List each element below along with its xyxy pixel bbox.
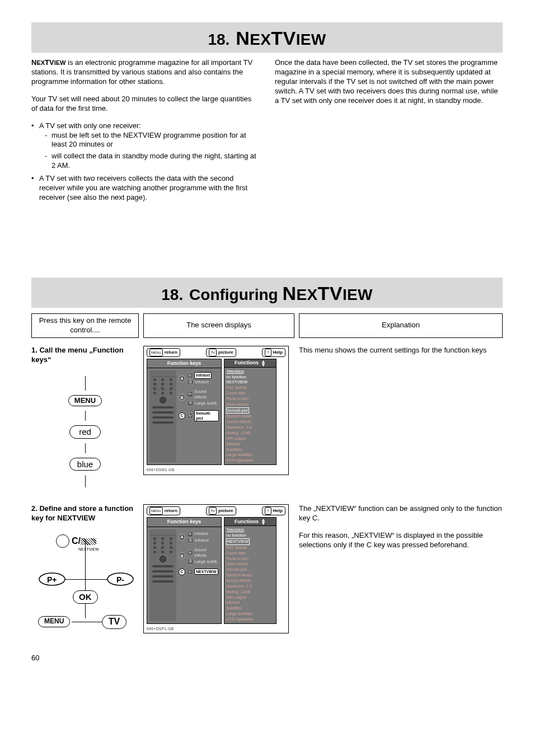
tv1-footer: 696+DSM1-GB xyxy=(144,467,288,474)
step-2-title: 2. Define and store a function key for N… xyxy=(31,504,139,523)
step-1-explanation: This menu shows the current settings for… xyxy=(299,346,503,488)
header-screen: The screen displays xyxy=(143,313,294,338)
step-1-row: 1. Call the menu „Function keys“ MENU re… xyxy=(31,346,503,488)
tv1-right-title: Functions ▲▼ xyxy=(224,359,277,367)
blue-key: blue xyxy=(69,458,101,471)
intro-p2: Your TV set will need about 20 minutes t… xyxy=(31,95,259,114)
hatch-icon xyxy=(81,538,96,545)
title1-big-n: N xyxy=(236,27,250,49)
step-1-keystack: MENU red blue xyxy=(31,376,139,488)
tv2-return: MENU return xyxy=(147,506,180,515)
tv1-row-c: C tv9xmulti-pict xyxy=(179,410,219,421)
menu-key: MENU xyxy=(68,395,102,407)
intro-bullet-2: A TV set with two receivers collects the… xyxy=(31,174,259,203)
tv2-row-a: A tvInfotext ☰Infotext xyxy=(179,531,219,543)
tv-screenshot-2: MENU return TV picture ? Help Function k… xyxy=(143,504,289,633)
intro-bullet-1: A TV set with only one receiver: must be… xyxy=(31,121,259,171)
step-2-screen: MENU return TV picture ? Help Function k… xyxy=(143,504,294,633)
tv1-row-a: A tvInfotext ☰Infotext xyxy=(179,372,219,385)
intro-left: NEXTVIEW is an electronic programme maga… xyxy=(31,58,259,210)
header-remote: Press this key on the remote control.... xyxy=(31,313,139,338)
intro-p1: NEXTVIEW is an electronic programme maga… xyxy=(31,58,259,87)
title1-num: 18. xyxy=(208,31,229,48)
config-headers: Press this key on the remote control....… xyxy=(31,313,503,338)
intro-bullet-1-dash-2: will collect the data in standby mode du… xyxy=(45,152,259,171)
page-number: 60 xyxy=(31,654,503,663)
header-explanation: Explanation xyxy=(299,313,503,338)
tv1-help: ? Help xyxy=(262,348,285,357)
tv-screenshot-1: MENU return TV picture ? Help Function k… xyxy=(143,346,289,475)
step-1-title: 1. Call the menu „Function keys“ xyxy=(31,346,139,365)
remote-mini-icon xyxy=(149,370,176,462)
tv1-row-b: B tvSound effects ☰Large subtit. xyxy=(179,389,219,406)
step-2-remote: 2. Define and store a function key for N… xyxy=(31,504,139,633)
tv2-picture: TV picture xyxy=(206,506,236,515)
tv2-row-c: C tvNEXTVIEW xyxy=(179,569,219,575)
section-title-1: 18. NEXTVIEW xyxy=(31,22,503,53)
tv1-left-title: Function keys xyxy=(147,359,222,368)
step-2-explanation: The „NEXTVIEW“ function can be assigned … xyxy=(299,504,503,633)
tv2-left-title: Function keys xyxy=(147,517,222,527)
tv1-picture: TV picture xyxy=(206,348,236,357)
section-title-2: 18. Configuring NEXTVIEW xyxy=(31,278,503,308)
intro-right: Once the data have been collected, the T… xyxy=(275,58,503,210)
tv1-functions-list: Televisionno functionNEXTVIEWPict. forma… xyxy=(224,367,277,465)
step-1-remote: 1. Call the menu „Function keys“ MENU re… xyxy=(31,346,139,488)
tv2-functions-list: Televisionno functionNEXTVIEWPict. forma… xyxy=(224,525,277,623)
remote-mini-icon-2 xyxy=(149,529,176,621)
tv2-footer: 696+DSP1-GB xyxy=(144,626,288,633)
tv2-row-b: B tvSound effects ☰Large subtit. xyxy=(179,547,219,565)
intro-bullets: A TV set with only one receiver: must be… xyxy=(31,121,259,203)
intro-columns: NEXTVIEW is an electronic programme maga… xyxy=(31,58,503,210)
tv-key: TV xyxy=(102,615,127,629)
remote-diagram: C/ NEXTVIEW P+ P- OK MENU TV xyxy=(35,534,135,632)
red-key: red xyxy=(69,425,101,439)
menu-key-2: MENU xyxy=(38,616,70,627)
tv2-right-title: Functions ▲▼ xyxy=(224,517,277,525)
ok-key: OK xyxy=(73,590,98,604)
intro-bullet-1-dash-1: must be left set to the NEXTVIEW program… xyxy=(45,131,259,150)
step-1-screen: MENU return TV picture ? Help Function k… xyxy=(143,346,294,488)
tv1-return: MENU return xyxy=(147,348,180,357)
tv2-help: ? Help xyxy=(262,506,285,515)
step-2-row: 2. Define and store a function key for N… xyxy=(31,504,503,633)
intro-right-p: Once the data have been collected, the T… xyxy=(275,58,503,105)
